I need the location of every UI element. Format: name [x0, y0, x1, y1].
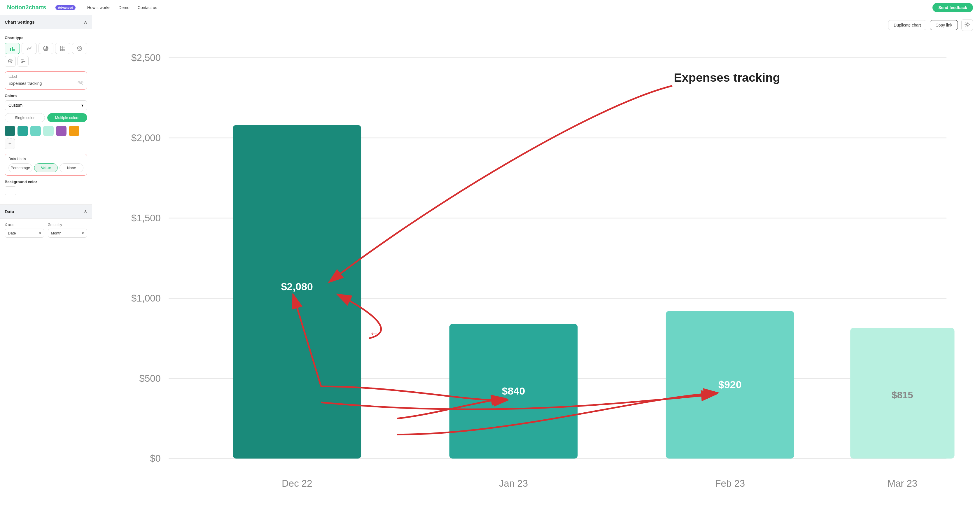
chart-settings-header: Chart Settings ∧ [0, 15, 92, 29]
label-box: Label [5, 72, 87, 89]
chart-type-line[interactable] [22, 43, 37, 54]
svg-rect-15 [22, 61, 25, 62]
duplicate-chart-button[interactable]: Duplicate chart [888, 20, 926, 30]
group-by-label: Group by [48, 223, 88, 227]
colors-label: Colors [5, 94, 87, 98]
bar-label-feb23: $920 [718, 379, 741, 391]
sidebar: Chart Settings ∧ Chart type [0, 15, 92, 515]
color-swatches: + [5, 126, 87, 149]
label-input-row [8, 81, 83, 86]
group-by-col: Group by Month ▾ [48, 223, 88, 238]
x-label-feb23: Feb 23 [715, 478, 745, 489]
x-axis-select[interactable]: Date ▾ [5, 229, 45, 238]
x-axis-label: X axis [5, 223, 45, 227]
swatch-5[interactable] [56, 126, 67, 136]
y-label-1000: $1,000 [131, 293, 161, 304]
swatch-4[interactable] [43, 126, 54, 136]
colors-dropdown-value: Custom [8, 103, 22, 108]
chart-type-table[interactable] [55, 43, 70, 54]
swatch-6[interactable] [69, 126, 80, 136]
value-button[interactable]: Value [34, 163, 58, 172]
group-by-select[interactable]: Month ▾ [48, 229, 88, 238]
x-label-dec22: Dec 22 [282, 478, 312, 489]
y-label-2000: $2,000 [131, 132, 161, 143]
chart-container: $0 $500 $1,000 $1,500 $2,000 $2,500 $2,0… [92, 35, 980, 515]
copy-link-button[interactable]: Copy link [930, 20, 958, 30]
data-labels-toggle: Percentage Value None [8, 163, 83, 172]
nav-links: How it works Demo Contact us [87, 5, 157, 10]
bar-label-jan23: $840 [502, 385, 525, 397]
nav-demo[interactable]: Demo [118, 5, 129, 10]
x-axis-value: Date [8, 231, 16, 235]
swatch-1[interactable] [5, 126, 15, 136]
chart-type-grid [5, 43, 87, 54]
svg-marker-8 [77, 46, 82, 51]
none-button[interactable]: None [59, 163, 83, 172]
colors-dropdown[interactable]: Custom ▾ [5, 100, 87, 110]
svg-rect-2 [13, 49, 14, 51]
data-section-header: Data ∧ [0, 204, 92, 219]
chart-type-row2 [5, 56, 87, 67]
chevron-down-icon-group: ▾ [82, 231, 84, 235]
chevron-down-icon-xaxis: ▾ [39, 231, 41, 235]
bar-label-mar23: $815 [892, 389, 913, 401]
feedback-button[interactable]: Send feedback [932, 3, 973, 12]
data-section-label: Data [5, 209, 14, 214]
multiple-colors-button[interactable]: Multiple colors [47, 113, 88, 122]
x-label-jan23: Jan 23 [499, 478, 528, 489]
settings-button[interactable] [961, 19, 973, 31]
svg-point-9 [79, 48, 81, 49]
brand-logo: Notion2charts [7, 4, 46, 11]
color-mode-toggle: Single color Multiple colors [5, 113, 87, 122]
y-label-1500: $1,500 [131, 213, 161, 223]
background-color-swatch[interactable] [5, 186, 16, 195]
svg-rect-14 [21, 59, 24, 60]
chart-type-gantt[interactable] [18, 56, 29, 67]
label-input[interactable] [8, 81, 78, 86]
background-color-label: Background color [5, 180, 87, 184]
x-label-mar23: Mar 23 [888, 478, 918, 489]
chart-title-annotation: Expenses tracking [674, 71, 780, 84]
y-label-0: $0 [150, 453, 161, 464]
swatch-2[interactable] [18, 126, 28, 136]
x-axis-col: X axis Date ▾ [5, 223, 45, 238]
nav-contact-us[interactable]: Contact us [138, 5, 157, 10]
data-labels-box: Data labels Percentage Value None [5, 154, 87, 176]
sidebar-body: Chart type [0, 29, 92, 204]
main-layout: Chart Settings ∧ Chart type [0, 15, 980, 515]
chevron-down-icon: ▾ [81, 103, 83, 108]
annotation-label-value: ← [369, 327, 380, 339]
svg-rect-4 [60, 46, 65, 51]
chart-type-label: Chart type [5, 36, 87, 40]
nav-how-it-works[interactable]: How it works [87, 5, 110, 10]
single-color-button[interactable]: Single color [5, 113, 45, 122]
bar-label-dec22: $2,080 [281, 281, 313, 292]
bar-chart: $0 $500 $1,000 $1,500 $2,000 $2,500 $2,0… [113, 41, 963, 515]
label-title: Label [8, 75, 83, 79]
axis-row: X axis Date ▾ Group by Month ▾ [0, 219, 92, 238]
group-by-value: Month [51, 231, 62, 235]
percentage-button[interactable]: Percentage [8, 163, 32, 172]
y-label-500: $500 [139, 373, 161, 384]
chart-type-spider[interactable] [5, 56, 16, 67]
chart-type-pie[interactable] [38, 43, 54, 54]
eye-off-icon[interactable] [78, 81, 83, 86]
advanced-badge: Advanced [56, 5, 76, 10]
chart-settings-label: Chart Settings [5, 19, 35, 24]
svg-point-19 [966, 24, 968, 25]
chart-type-bar[interactable] [5, 43, 20, 54]
y-label-2500: $2,500 [131, 52, 161, 63]
collapse-icon[interactable]: ∧ [84, 19, 87, 25]
svg-rect-0 [10, 48, 11, 51]
chart-toolbar: Duplicate chart Copy link [92, 15, 980, 35]
data-collapse-icon[interactable]: ∧ [84, 209, 87, 215]
chart-area: Duplicate chart Copy link [92, 15, 980, 515]
svg-rect-1 [12, 47, 13, 51]
swatch-3[interactable] [30, 126, 41, 136]
add-swatch-button[interactable]: + [5, 138, 15, 149]
data-labels-title: Data labels [8, 157, 83, 161]
navbar: Notion2charts Advanced How it works Demo… [0, 0, 980, 15]
chart-type-radar[interactable] [72, 43, 87, 54]
annotation-arrow-title [329, 86, 672, 282]
svg-rect-16 [21, 62, 23, 63]
